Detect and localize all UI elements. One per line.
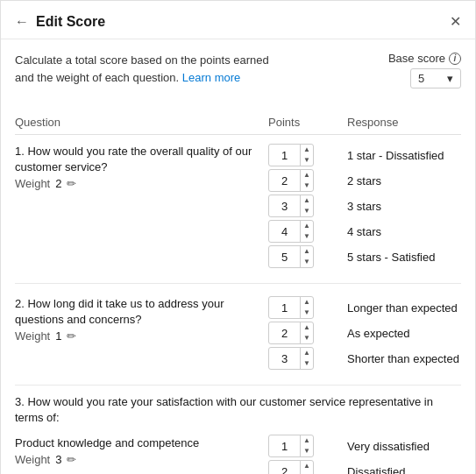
points-spinner-1-3[interactable]: 3▲▼: [268, 195, 314, 217]
question-row-2: 2. How long did it take us to address yo…: [15, 293, 461, 376]
points-spinner-1-5[interactable]: 5▲▼: [268, 245, 314, 268]
divider-2: [15, 385, 461, 386]
response-col-2: Longer than expected As expected Shorter…: [347, 296, 461, 372]
edit-weight-2-icon[interactable]: ✏: [67, 329, 76, 343]
col-question: Question: [15, 116, 268, 129]
spinner-up[interactable]: ▲: [301, 461, 313, 471]
panel-body: Calculate a total score based on the poi…: [1, 39, 475, 474]
spinner-up[interactable]: ▲: [301, 145, 313, 155]
spinner-up[interactable]: ▲: [301, 348, 313, 358]
description-text: Calculate a total score based on the poi…: [15, 52, 278, 86]
spinner-down[interactable]: ▼: [301, 206, 313, 216]
points-spinner-2-1[interactable]: 1▲▼: [268, 296, 314, 319]
sub-item-3-1: Product knowledge and competence Weight …: [15, 435, 268, 473]
points-col-3-1: 1▲▼ 2▲▼ 3▲▼ 4▲▼ 5▲▼: [268, 435, 347, 474]
response-2-2: As expected: [347, 322, 461, 344]
points-spinner-3-1[interactable]: 1▲▼: [268, 435, 314, 457]
response-1-4: 4 stars: [347, 220, 461, 243]
chevron-down-icon: ▾: [447, 72, 453, 85]
question-text-3: 3. How would you rate your satisfaction …: [15, 394, 461, 426]
base-score-label: Base score i: [388, 52, 461, 65]
learn-more-link[interactable]: Learn more: [182, 71, 240, 84]
spinner-up[interactable]: ▲: [301, 195, 313, 206]
response-col-3-1: Very dissatisfied Dissatisfied Neutral S…: [347, 435, 461, 474]
spinner-up[interactable]: ▲: [301, 297, 313, 308]
info-icon: i: [449, 53, 461, 65]
weight-row-3-1: Weight 3 ✏: [15, 451, 268, 473]
spinner-up[interactable]: ▲: [301, 170, 313, 180]
spinner-up[interactable]: ▲: [301, 435, 313, 446]
spinner-down[interactable]: ▼: [301, 333, 313, 343]
spinner-up[interactable]: ▲: [301, 221, 313, 231]
close-button[interactable]: ✕: [450, 13, 461, 30]
spinner-down[interactable]: ▼: [301, 446, 313, 456]
panel-title: Edit Score: [36, 14, 105, 30]
response-1-1: 1 star - Dissatisfied: [347, 144, 461, 166]
spinner-down[interactable]: ▼: [301, 155, 313, 166]
weight-row-1: Weight 2 ✏: [15, 175, 268, 197]
response-1-5: 5 stars - Satisfied: [347, 245, 461, 268]
points-spinner-2-2[interactable]: 2▲▼: [268, 322, 314, 344]
response-2-3: Shorter than expected: [347, 347, 461, 370]
edit-weight-1-icon[interactable]: ✏: [67, 177, 76, 190]
panel-header: ← Edit Score ✕: [1, 1, 475, 39]
points-spinner-1-1[interactable]: 1▲▼: [268, 144, 314, 166]
response-3-1-2: Dissatisfied: [347, 460, 461, 474]
spinner-down[interactable]: ▼: [301, 231, 313, 242]
base-score-value: 5: [418, 72, 424, 85]
spinner-down[interactable]: ▼: [301, 308, 313, 318]
points-spinner-3-2[interactable]: 2▲▼: [268, 460, 314, 474]
points-col-1: 1▲▼ 2▲▼ 3▲▼ 4▲▼ 5▲▼: [268, 144, 347, 271]
points-spinner-1-4[interactable]: 4▲▼: [268, 220, 314, 243]
spinner-up[interactable]: ▲: [301, 322, 313, 333]
points-spinner-2-3[interactable]: 3▲▼: [268, 347, 314, 370]
question-block-1: 1. How would you rate the overall qualit…: [15, 140, 461, 274]
question-text-1: 1. How would you rate the overall qualit…: [15, 144, 268, 197]
edit-score-panel: ← Edit Score ✕ Calculate a total score b…: [0, 0, 476, 474]
question-text-2: 2. How long did it take us to address yo…: [15, 296, 268, 350]
response-3-1-1: Very dissatisfied: [347, 435, 461, 457]
col-response: Response: [347, 116, 461, 129]
spinner-up[interactable]: ▲: [301, 246, 313, 257]
question-block-2: 2. How long did it take us to address yo…: [15, 293, 461, 376]
points-col-2: 1▲▼ 2▲▼ 3▲▼: [268, 296, 347, 372]
question-block-3: 3. How would you rate your satisfaction …: [15, 394, 461, 474]
spinner-down[interactable]: ▼: [301, 358, 313, 369]
response-1-2: 2 stars: [347, 169, 461, 192]
points-spinner-1-2[interactable]: 2▲▼: [268, 169, 314, 192]
back-button[interactable]: ←: [15, 14, 29, 30]
header-left: ← Edit Score: [15, 14, 105, 30]
response-2-1: Longer than expected: [347, 296, 461, 319]
spinner-down[interactable]: ▼: [301, 180, 313, 191]
edit-weight-3-1-icon[interactable]: ✏: [67, 453, 76, 466]
sub-item-row-3-1: Product knowledge and competence Weight …: [15, 431, 461, 474]
response-1-3: 3 stars: [347, 195, 461, 217]
table-header: Question Points Response: [15, 110, 461, 135]
col-points: Points: [268, 116, 347, 129]
response-col-1: 1 star - Dissatisfied 2 stars 3 stars 4 …: [347, 144, 461, 271]
spinner-down[interactable]: ▼: [301, 257, 313, 267]
divider-1: [15, 283, 461, 284]
weight-row-2: Weight 1 ✏: [15, 328, 268, 350]
base-score-select[interactable]: 5 ▾: [410, 68, 461, 88]
question-row-1: 1. How would you rate the overall qualit…: [15, 140, 461, 274]
